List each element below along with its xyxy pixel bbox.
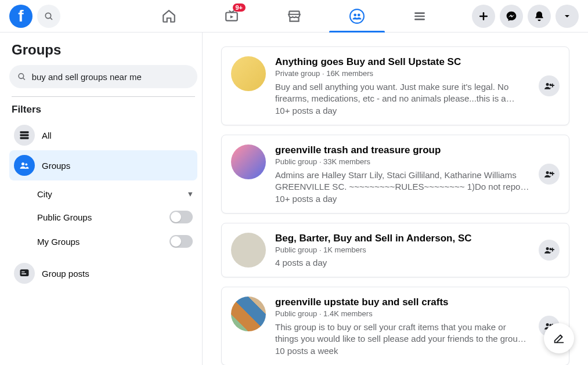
group-avatar [231,56,266,91]
plus-icon [478,10,489,22]
nav-home[interactable] [140,0,198,32]
compose-fab[interactable] [544,323,574,353]
result-desc: Admins are Halley Starr Lily, Staci Gill… [275,169,529,193]
toggle-public-groups[interactable] [169,211,193,223]
svg-point-17 [25,163,27,165]
filter-all[interactable]: All [9,120,197,150]
filter-city[interactable]: City ▾ [37,183,197,205]
nav-marketplace[interactable] [265,0,323,32]
result-activity: 10+ posts a day [275,194,529,204]
svg-line-12 [23,78,25,79]
search-input[interactable] [32,72,189,82]
svg-point-23 [546,171,549,174]
join-group-icon [543,80,555,92]
group-avatar [231,233,266,268]
divider [12,96,195,97]
result-activity: 10+ posts a day [275,106,529,115]
join-group-icon [543,244,555,256]
posts-icon [19,129,30,141]
global-search-button[interactable] [37,5,60,28]
group-result-card[interactable]: greenville trash and treasure group Publ… [221,135,569,214]
svg-point-27 [546,323,549,326]
group-result-card[interactable]: Anything goes Buy and Sell Upstate SC Pr… [221,46,569,125]
group-result-card[interactable]: greenville upstate buy and sell crafts P… [221,287,569,365]
svg-rect-20 [21,273,26,274]
svg-point-5 [357,13,360,16]
marketplace-icon [287,9,302,24]
svg-line-1 [50,17,52,19]
nav-groups[interactable] [328,0,386,32]
main-container: Groups Filters All Groups City ▾ Public … [0,32,588,365]
filter-public-groups[interactable]: Public Groups [37,205,197,229]
search-icon [17,72,26,81]
join-group-icon [543,168,555,180]
svg-rect-15 [20,137,29,139]
header-right [472,5,579,28]
messenger-button[interactable] [500,5,523,28]
groups-icon [19,160,30,171]
svg-point-25 [546,247,549,250]
svg-rect-13 [20,131,29,133]
result-activity: 4 posts a day [275,258,529,268]
home-icon [161,9,176,24]
svg-point-21 [546,83,549,86]
result-title[interactable]: greenville upstate buy and sell crafts [275,297,529,308]
result-desc: Buy and sell anything you want. Just mak… [275,81,529,104]
join-group-button[interactable] [539,240,560,261]
notifications-button[interactable] [528,5,551,28]
result-meta: Private group · 16K members [275,69,529,78]
hamburger-icon [412,9,427,24]
svg-rect-18 [20,269,29,276]
result-activity: 10 posts a week [275,346,529,356]
result-meta: Public group · 1K members [275,245,529,254]
result-body: Anything goes Buy and Sell Upstate SC Pr… [275,56,529,115]
bell-icon [533,10,545,22]
result-title[interactable]: Anything goes Buy and Sell Upstate SC [275,56,529,68]
nav-watch[interactable]: 9+ [203,0,261,32]
filter-city-label: City [37,189,52,199]
group-result-card[interactable]: Beg, Barter, Buy and Sell in Anderson, S… [221,223,569,277]
svg-point-11 [19,74,24,79]
filter-groups-label: Groups [42,161,70,171]
filter-my-groups[interactable]: My Groups [37,229,197,254]
group-avatar [231,144,266,179]
filter-group-posts[interactable]: Group posts [9,258,197,288]
result-title[interactable]: greenville trash and treasure group [275,144,529,156]
chevron-down-icon: ▾ [188,189,193,199]
header-nav: 9+ [140,0,449,32]
result-body: greenville trash and treasure group Publ… [275,144,529,204]
filter-public-groups-label: Public Groups [37,212,92,222]
result-title[interactable]: Beg, Barter, Buy and Sell in Anderson, S… [275,233,529,244]
groups-search-box[interactable] [9,65,197,88]
svg-point-0 [45,13,50,18]
filters-heading: Filters [9,104,197,120]
search-icon [44,12,53,21]
sub-filters: City ▾ Public Groups My Groups [9,183,197,254]
page-title: Groups [9,42,197,58]
compose-icon [553,332,565,345]
toggle-my-groups[interactable] [169,235,193,248]
svg-rect-19 [21,272,25,273]
result-meta: Public group · 1.4K members [275,309,529,318]
nav-menu[interactable] [391,0,449,32]
svg-rect-14 [20,134,29,136]
filter-all-label: All [42,131,52,140]
svg-point-4 [353,13,356,16]
header-left: f [9,5,60,28]
filter-group-posts-label: Group posts [42,269,89,279]
result-body: Beg, Barter, Buy and Sell in Anderson, S… [275,233,529,268]
account-button[interactable] [555,5,579,28]
sidebar: Groups Filters All Groups City ▾ Public … [0,32,202,365]
filter-groups[interactable]: Groups [9,150,197,180]
result-body: greenville upstate buy and sell crafts P… [275,297,529,356]
post-icon [19,268,30,279]
messenger-icon [506,10,517,22]
facebook-logo[interactable]: f [9,5,33,28]
results-pane: Anything goes Buy and Sell Upstate SC Pr… [202,32,588,365]
group-avatar [231,297,266,331]
join-group-button[interactable] [539,164,560,185]
svg-point-16 [21,162,24,165]
join-group-button[interactable] [539,75,560,96]
groups-icon [349,9,365,24]
create-button[interactable] [472,5,495,28]
